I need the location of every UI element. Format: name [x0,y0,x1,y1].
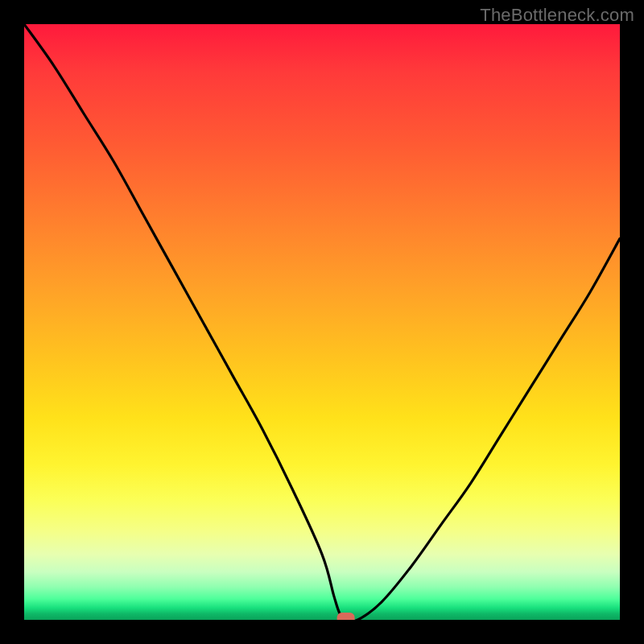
chart-frame: TheBottleneck.com [0,0,644,644]
watermark-text: TheBottleneck.com [480,5,634,26]
bottleneck-curve [24,24,620,620]
plot-area [24,24,620,620]
chart-svg [24,24,620,620]
min-marker [337,613,355,620]
